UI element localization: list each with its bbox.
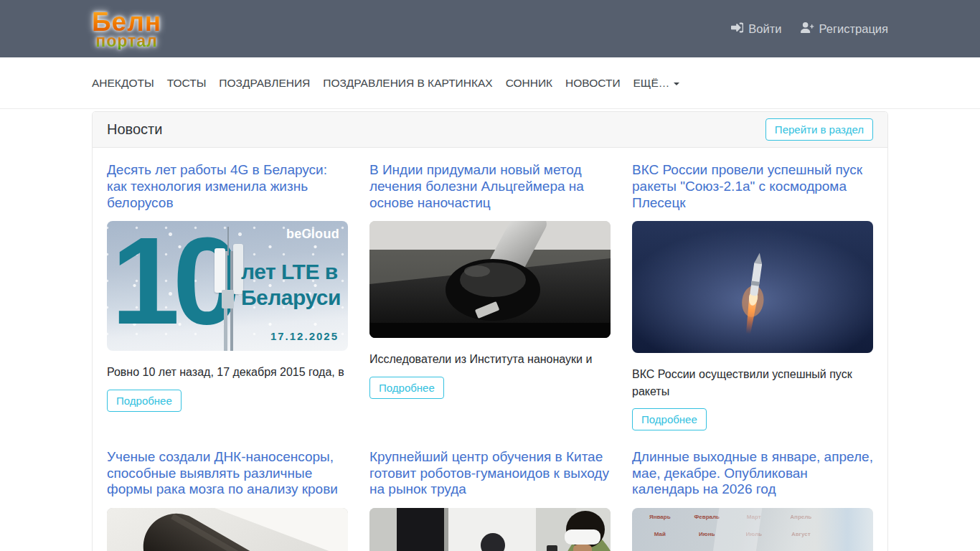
login-label: Войти <box>748 22 781 36</box>
becloud-date: 17.12.2025 <box>270 330 339 342</box>
news-title-link[interactable]: В Индии придумали новый метод лечения бо… <box>369 162 611 211</box>
nav-item-pozdravleniya-v-kartinkah[interactable]: ПОЗДРАВЛЕНИЯ В КАРТИНКАХ <box>323 77 492 90</box>
nav-item-anekdoty[interactable]: АНЕКДОТЫ <box>92 77 154 90</box>
news-excerpt: ВКС России осуществили успешный пуск рак… <box>632 366 873 399</box>
news-title-link[interactable]: Длинные выходные в январе, апреле, мае, … <box>632 449 873 498</box>
calendar-month: Апрель <box>782 514 821 522</box>
nav-item-pozdravleniya[interactable]: ПОЗДРАВЛЕНИЯ <box>219 77 310 90</box>
logo-word-2: портал <box>92 33 161 50</box>
news-image-robot-training[interactable] <box>369 508 611 551</box>
register-label: Регистрация <box>819 22 888 36</box>
becloud-brand-logo: beCloud <box>286 227 339 242</box>
nav-item-tosty[interactable]: ТОСТЫ <box>167 77 207 90</box>
news-section-card: Новости Перейти в раздел Десять лет рабо… <box>92 111 888 551</box>
nav-more-label: ЕЩЁ… <box>633 77 670 89</box>
becloud-caption-line1: лет LTE в <box>241 259 341 284</box>
site-logo[interactable]: Белн портал <box>92 9 161 50</box>
window-light <box>816 508 873 551</box>
news-image-light-microscope[interactable] <box>107 508 348 551</box>
read-more-button[interactable]: Подробнее <box>107 390 182 412</box>
nav-item-more-dropdown[interactable]: ЕЩЁ… <box>633 77 680 90</box>
news-title-link[interactable]: Десять лет работы 4G в Беларуси: как тех… <box>107 162 348 211</box>
auth-links: Войти Регистрация <box>731 22 888 37</box>
news-image-dark-microscope[interactable] <box>369 221 611 338</box>
calendar-month: Август <box>782 531 821 540</box>
sign-in-icon <box>731 22 743 37</box>
login-link[interactable]: Войти <box>731 22 781 37</box>
read-more-button[interactable]: Подробнее <box>369 377 444 399</box>
month-label: Январь <box>641 514 679 520</box>
news-grid: Десять лет работы 4G в Беларуси: как тех… <box>93 148 887 551</box>
month-label: Апрель <box>782 514 821 520</box>
microscope-illustration <box>369 221 611 338</box>
rocket-illustration <box>632 221 873 353</box>
news-excerpt: Исследователи из Института нанонауки и <box>369 351 611 367</box>
read-more-button[interactable]: Подробнее <box>632 408 707 430</box>
month-label: Август <box>782 531 821 537</box>
becloud-caption-line2: Беларуси <box>241 285 341 310</box>
news-title-link[interactable]: Крупнейший центр обучения в Китае готови… <box>369 449 611 498</box>
news-image-calendar-2026[interactable]: Январь Февраль Март Апрель Май <box>632 508 873 551</box>
microscope-illustration <box>107 508 348 551</box>
calendar-month: Январь <box>641 514 679 522</box>
chevron-down-icon <box>674 83 679 85</box>
becloud-caption: лет LTE в Беларуси <box>241 259 341 310</box>
news-card: ВКС России провели успешный пуск ракеты … <box>632 162 873 430</box>
news-card: Десять лет работы 4G в Беларуси: как тех… <box>107 162 348 430</box>
calendar-month: Май <box>641 531 679 540</box>
news-title-link[interactable]: Ученые создали ДНК-наносенсоры, способны… <box>107 449 348 498</box>
logo-word-1: Белн <box>92 9 161 35</box>
news-image-becloud-lte[interactable]: 10 beCloud лет LTE в Беларуси 17.12.2025 <box>107 221 348 351</box>
news-image-rocket-launch[interactable] <box>632 221 873 353</box>
news-card: В Индии придумали новый метод лечения бо… <box>369 162 611 430</box>
news-card: Длинные выходные в январе, апреле, мае, … <box>632 449 873 551</box>
go-to-section-button[interactable]: Перейти в раздел <box>765 118 873 141</box>
news-card: Крупнейший центр обучения в Китае готови… <box>369 449 611 551</box>
news-card: Ученые создали ДНК-наносенсоры, способны… <box>107 449 348 551</box>
site-header: Белн портал Войти Регистрация <box>0 0 980 57</box>
news-section-header: Новости Перейти в раздел <box>93 112 887 148</box>
main-navbar: АНЕКДОТЫ ТОСТЫ ПОЗДРАВЛЕНИЯ ПОЗДРАВЛЕНИЯ… <box>0 57 980 109</box>
section-title: Новости <box>107 121 162 138</box>
news-title-link[interactable]: ВКС России провели успешный пуск ракеты … <box>632 162 873 211</box>
nav-item-sonnik[interactable]: СОННИК <box>506 77 552 90</box>
month-label: Май <box>641 531 679 537</box>
user-plus-icon <box>801 22 814 37</box>
nav-item-novosti[interactable]: НОВОСТИ <box>565 77 620 90</box>
cell-tower-illustration <box>215 227 243 351</box>
news-excerpt: Ровно 10 лет назад, 17 декабря 2015 года… <box>107 364 348 380</box>
register-link[interactable]: Регистрация <box>801 22 888 37</box>
robots-and-vr-person-illustration <box>369 508 611 551</box>
